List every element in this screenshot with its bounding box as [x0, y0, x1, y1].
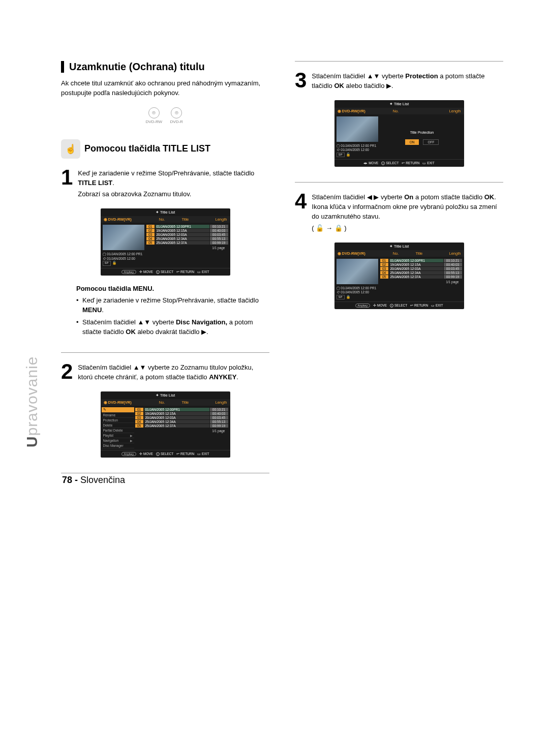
- disc-badge-rw: ◎DVD-RW: [145, 107, 163, 124]
- lock-icon: 🔒: [346, 295, 350, 298]
- screenshot-title-list-locked: Title List ◉ DVD-RW(VR) No. Title Length…: [334, 243, 464, 310]
- menu-item-playlist[interactable]: Playlist▶: [102, 433, 134, 438]
- menu-item-navigation[interactable]: Navigation▶: [102, 438, 134, 443]
- menu-item-partial-delete[interactable]: Partial Delete: [102, 428, 134, 433]
- screenshot-protection-dialog: Title List ◉ DVD-RW(VR) No. Length ▢ 01/…: [334, 100, 464, 167]
- disc-badge-r: ◎DVD-R: [167, 107, 186, 124]
- step-number: 4: [295, 191, 307, 235]
- step-number: 2: [61, 361, 73, 384]
- menu-bullets: Keď je zariadenie v režime Stop/Prehráva…: [76, 295, 269, 337]
- step-4: 4 Stlačením tlačidiel ◀ ▶ vyberte On a p…: [295, 191, 503, 235]
- menu-item[interactable]: ✎: [102, 407, 134, 413]
- menu-item-protection[interactable]: Protection: [102, 418, 134, 423]
- preview-thumbnail: [103, 225, 144, 250]
- dialog-title: Title Protection: [410, 131, 434, 134]
- lock-state-glyph: ( 🔓 → 🔒 ): [312, 224, 503, 233]
- context-menu: ✎ Rename Protection Delete Partial Delet…: [101, 406, 135, 450]
- section-title: Uzamknutie (Ochrana) titulu: [61, 61, 269, 73]
- step-2: 2 Stlačením tlačidiel ▲▼ vyberte zo Zozn…: [61, 361, 269, 384]
- step-3: 3 Stlačením tlačidiel ▲▼ vyberte Protect…: [295, 70, 503, 93]
- sub-heading: Pomocou tlačidla TITLE LIST: [84, 143, 210, 154]
- menu-heading: Pomocou tlačidla MENU.: [76, 285, 269, 292]
- protection-off-button[interactable]: OFF: [423, 139, 439, 145]
- side-tab-label: Upravovanie: [23, 356, 41, 447]
- protection-on-button[interactable]: ON: [405, 139, 419, 145]
- disc-badges: ◎DVD-RW ◎DVD-R: [61, 107, 269, 125]
- intro-text: Ak chcete titul uzamknúť ako ochranou pr…: [61, 79, 269, 98]
- step-1: 1 Keď je zariadenie v režime Stop/Prehrá…: [61, 167, 269, 202]
- screenshot-title-list: Title List ◉ DVD-RW(VR) No. Title Length…: [101, 208, 230, 276]
- menu-item-disc-manager[interactable]: Disc Manager: [102, 443, 134, 448]
- step-number: 1: [61, 167, 73, 202]
- screenshot-anykey-menu: Title List ◉ DVD-RW(VR) No. Title Length…: [101, 391, 230, 458]
- page-footer: 78 - Slovenčina: [62, 475, 125, 486]
- preview-thumbnail: [337, 116, 378, 142]
- preview-thumbnail: [337, 259, 378, 284]
- menu-item-delete[interactable]: Delete: [102, 423, 134, 428]
- step-number: 3: [295, 70, 307, 93]
- menu-item-rename[interactable]: Rename: [102, 413, 134, 418]
- title-list-icon: ☝: [61, 139, 80, 159]
